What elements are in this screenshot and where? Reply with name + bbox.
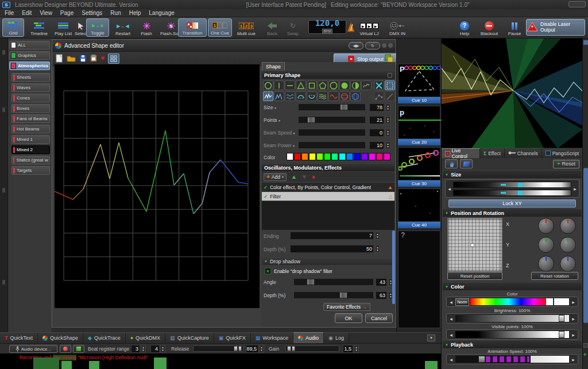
size-spinner[interactable]: ▲▼ [385, 103, 390, 112]
drop-shadow-header[interactable]: ▼ Drop shadow [262, 257, 394, 265]
scroll-thumb[interactable] [583, 168, 588, 323]
beat-high-spinner[interactable]: ▲▼ [160, 345, 165, 353]
color-gradient-track[interactable] [470, 298, 553, 305]
window-controls[interactable] [568, 1, 586, 7]
angle-slider[interactable] [293, 278, 374, 286]
editor-dock-button[interactable]: ◀▶ [349, 42, 363, 49]
view-grid-toggle[interactable] [108, 53, 119, 64]
shape-pentagon-icon[interactable] [318, 80, 328, 90]
cue-label[interactable]: Cue 30 [398, 180, 440, 187]
ok-button[interactable]: OK [335, 313, 362, 323]
save-icon[interactable] [79, 55, 87, 63]
points-slider[interactable] [298, 116, 366, 124]
effect-row-filter[interactable]: ✓ Filter △ [262, 192, 394, 201]
sidebar-item-boxes[interactable]: Boxes [11, 104, 50, 113]
tab-quickfx[interactable]: ▣QuickFX [214, 333, 251, 343]
drop-shadow-checkbox[interactable]: × [265, 268, 271, 274]
metronome-icon[interactable] [347, 22, 355, 33]
beam-speed-spinner[interactable]: ▲▼ [385, 129, 390, 137]
slider-left-arrow[interactable]: ◀ [448, 300, 454, 304]
release-value[interactable]: 89,5 [246, 345, 258, 353]
tab-live-control[interactable]: Live Control [442, 148, 480, 158]
brightness-thumb[interactable] [559, 315, 564, 322]
playback-section-header[interactable]: ▼ Playback [443, 341, 582, 348]
color-swatch[interactable] [376, 153, 383, 160]
pad-mode-button[interactable] [460, 159, 473, 168]
effect-row-color-effect[interactable]: ✓ Color effect, By Points, Color Control… [262, 183, 394, 191]
hand-tool-button[interactable] [445, 159, 458, 168]
size-x-slider[interactable] [453, 182, 571, 188]
rotate-z-knob-2[interactable] [560, 256, 576, 272]
tab-workspace[interactable]: ▦Workspace [251, 333, 293, 343]
cue-cell-40[interactable]: Cue 40 [398, 189, 440, 228]
tab-quickdmx[interactable]: ●QuickDMX [126, 333, 165, 343]
new-file-icon[interactable] [56, 54, 63, 64]
gain-slider[interactable] [285, 345, 339, 352]
shape-sine-icon[interactable] [328, 91, 339, 101]
color-swatch[interactable] [324, 153, 331, 160]
animation-speed-thumb[interactable] [478, 356, 485, 363]
shape-select-rect-icon[interactable] [385, 80, 395, 90]
tab-overflow-dropdown[interactable]: ▼ [427, 335, 435, 341]
multi-cue-button[interactable]: 123 Multi cue [233, 18, 260, 37]
beam-speed-value[interactable]: 0 [369, 129, 384, 137]
favorites-heart-icon[interactable]: ♥ [100, 54, 105, 62]
move-down-icon[interactable]: ▼ [301, 174, 307, 180]
sidebar-item-waves[interactable]: Waves [11, 83, 50, 92]
beat-low-value[interactable]: 3 [131, 345, 140, 353]
toggle-button[interactable]: ▶↔■ Toggle [86, 18, 109, 37]
shape-octagon-icon[interactable] [328, 80, 339, 90]
tab-channels[interactable]: Channels [505, 148, 542, 158]
ending-value[interactable]: 7 [290, 232, 374, 240]
tab-pangoscript[interactable]: PangoScript [542, 148, 583, 158]
menu-file[interactable]: File [5, 10, 14, 16]
sidebar-item-cones[interactable]: Cones [11, 94, 50, 102]
color-swatch[interactable] [331, 153, 338, 160]
back-button[interactable]: Back [262, 18, 283, 37]
shape-sphere-blue-icon[interactable] [350, 91, 361, 101]
editor-close-icon[interactable] [388, 43, 393, 48]
blackout-button[interactable]: Blackout [477, 18, 502, 37]
points-spinner[interactable]: ▲▼ [385, 116, 390, 124]
help-button[interactable]: ? Help [455, 18, 474, 37]
beam-power-slider[interactable] [298, 141, 366, 149]
pause-button[interactable]: Pause [504, 18, 525, 37]
depth1-value[interactable]: 50 [290, 245, 374, 253]
rotate-y-knob-2[interactable] [560, 237, 576, 253]
size-y-slider[interactable] [453, 190, 571, 196]
favorite-effects-tab[interactable]: Favorite Effects → [323, 303, 370, 311]
color-swatch[interactable] [346, 153, 353, 160]
shape-triangle-icon[interactable] [296, 80, 306, 90]
shape-filled-circle-icon[interactable] [339, 80, 350, 90]
virtual-lj-button[interactable]: ▶▶▶ Virtual LJ [356, 18, 382, 37]
tab-quicktext[interactable]: TQuickText [0, 333, 38, 343]
cue-cell-10[interactable]: P Cue 10 [398, 64, 440, 103]
color-swatch[interactable] [354, 153, 361, 160]
menu-language[interactable]: Language [149, 10, 175, 16]
color-swatch[interactable] [294, 153, 301, 160]
swap-button[interactable]: ↻ Swap [283, 18, 303, 37]
paste-icon[interactable] [90, 54, 97, 63]
color-swatch[interactable] [384, 153, 390, 160]
beam-speed-slider[interactable] [298, 129, 366, 136]
color-swatch[interactable] [316, 153, 323, 160]
angle-value[interactable]: 43 [376, 278, 387, 286]
restart-button[interactable]: ▶↔◀ Restart [110, 18, 136, 37]
sidebar-item-statics[interactable]: Statics (great with... [11, 156, 50, 164]
shape-circle-icon[interactable] [263, 80, 273, 90]
beam-power-value[interactable]: 10 [369, 141, 384, 149]
slider-right-arrow[interactable]: ▶ [570, 300, 577, 304]
bpm-display[interactable]: 120,0 BPM [308, 20, 346, 34]
sidebar-item-all[interactable]: ALL [9, 41, 50, 49]
sidebar-item-hot-beams[interactable]: Hot Beams [11, 125, 50, 133]
rotate-x-knob-2[interactable] [560, 218, 576, 234]
size-y-thumb[interactable] [518, 191, 523, 195]
animation-speed-slider[interactable]: ◀ ▶ [446, 354, 578, 364]
position-pad[interactable] [447, 218, 502, 272]
shape-preview-canvas[interactable] [55, 64, 260, 308]
rotate-x-knob-1[interactable] [538, 218, 554, 234]
sidebar-item-atmospherics[interactable]: Atmospherics [9, 62, 50, 70]
color-swatch[interactable] [301, 153, 308, 160]
shape-waveform-icon[interactable] [263, 91, 273, 101]
shape-bowl-icon[interactable] [307, 91, 317, 101]
